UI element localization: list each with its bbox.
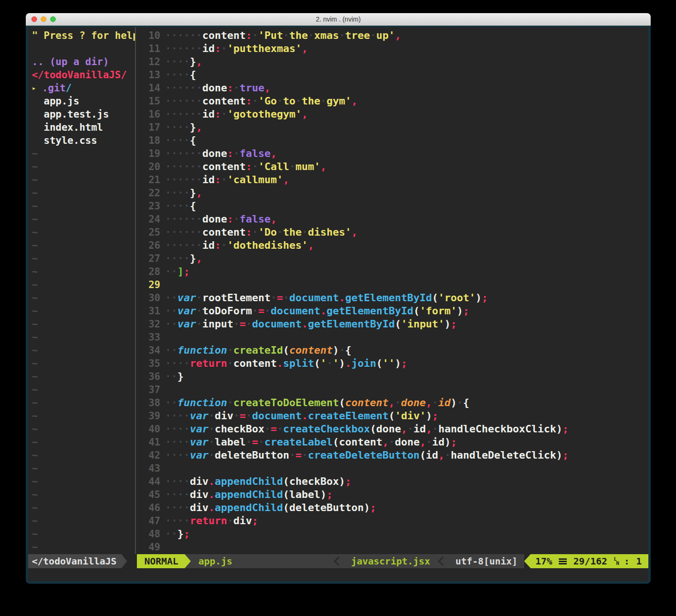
whitespace-dot: ·	[252, 95, 258, 107]
code-line[interactable]: 11······id:·'putthexmas',	[136, 42, 648, 55]
whitespace-dot: ·	[171, 30, 177, 41]
nerdtree-item[interactable]: style.css	[32, 134, 135, 147]
code-line[interactable]: 41····var·label·=·createLabel(content,·d…	[136, 436, 648, 449]
nerdtree-item[interactable]: </todoVanillaJS/	[32, 68, 135, 82]
line-number: 13	[136, 68, 160, 82]
code-line[interactable]: 15······content:·'Go·to·the·gym',	[136, 95, 648, 108]
nerdtree-item[interactable]	[32, 42, 135, 55]
whitespace-dot: ·	[165, 226, 171, 238]
code-token: return	[190, 357, 227, 369]
code-line[interactable]: 31··var·toDoForm·=·document.getElementBy…	[136, 304, 648, 318]
code-line[interactable]: 46····div.appendChild(deleteButton);	[136, 501, 648, 514]
code-token: {	[190, 69, 196, 81]
whitespace-dot: ·	[171, 397, 177, 408]
code-line[interactable]: 26······id:·'dothedishes',	[136, 239, 648, 252]
vim-command-line[interactable]	[28, 568, 648, 581]
code-line[interactable]: 20······content:·'Call·mum',	[136, 160, 648, 173]
whitespace-dot: ·	[196, 226, 202, 238]
whitespace-dot: ·	[171, 43, 177, 54]
empty-line-tilde: ~	[32, 501, 135, 514]
code-line[interactable]: 49	[136, 541, 648, 554]
minimize-window-button[interactable]	[41, 16, 46, 22]
statusline-position-segment: 17% 29/162 L N : 1	[531, 554, 648, 568]
code-line[interactable]: 28··];	[136, 265, 648, 278]
whitespace-dot: ·	[190, 148, 196, 159]
whitespace-dot: ·	[264, 305, 270, 317]
code-line[interactable]: 34··function·createId(content)·{	[136, 344, 648, 357]
whitespace-dot: ·	[184, 200, 190, 212]
code-line[interactable]: 48··};	[136, 527, 648, 541]
code-line[interactable]: 17····},	[136, 121, 648, 134]
code-line[interactable]: 13····{	[136, 68, 648, 82]
code-line[interactable]: 47····return·div;	[136, 514, 648, 527]
code-line[interactable]: 35····return·content.split('·').join('')…	[136, 357, 648, 370]
code-line[interactable]: 21······id:·'callmum',	[136, 173, 648, 186]
code-line[interactable]: 23····{	[136, 200, 648, 213]
code-token: ,	[308, 239, 314, 251]
code-line[interactable]: 22····},	[136, 186, 648, 200]
code-line[interactable]: 14······done:·true,	[136, 82, 648, 95]
collapsed-dir-arrow-icon[interactable]: ▸	[32, 84, 36, 92]
code-line[interactable]: 45····div.appendChild(label);	[136, 488, 648, 501]
nerdtree-item[interactable]: .. (up a dir)	[32, 55, 135, 68]
code-token: :	[227, 82, 233, 94]
empty-line-tilde: ~	[32, 278, 135, 291]
code-line[interactable]: 18····{	[136, 134, 648, 147]
whitespace-dot: ·	[178, 449, 184, 461]
code-line[interactable]: 43	[136, 462, 648, 475]
code-token: (done	[370, 423, 401, 435]
nerdtree-item[interactable]: ▸ .git/	[32, 82, 135, 95]
code-token: 'Do	[258, 226, 277, 238]
empty-line-tilde: ~	[32, 291, 135, 304]
whitespace-dot: ·	[171, 528, 177, 540]
code-token: =	[240, 318, 246, 330]
code-token: :	[246, 30, 252, 41]
zoom-window-button[interactable]	[50, 16, 56, 22]
code-line[interactable]: 32··var·input·=·document.getElementById(…	[136, 318, 648, 331]
code-line[interactable]: 42····var·deleteButton·=·createDeleteBut…	[136, 449, 648, 462]
code-line[interactable]: 39····var·div·=·document.createElement('…	[136, 409, 648, 423]
nerdtree-item[interactable]: app.js	[32, 95, 135, 108]
nerdtree-sidebar[interactable]: " Press ? for help.. (up a dir)</todoVan…	[28, 27, 135, 554]
code-line[interactable]: 12····},	[136, 55, 648, 68]
window-titlebar[interactable]: 2. nvim . (nvim)	[26, 13, 651, 26]
code-line[interactable]: 25······content:·'Do·the·dishes',	[136, 226, 648, 239]
code-line[interactable]: 16······id:·'gotothegym',	[136, 108, 648, 121]
line-number: 26	[136, 239, 160, 252]
line-number: 18	[136, 134, 160, 147]
code-line[interactable]: 44····div.appendChild(checkBox);	[136, 475, 648, 488]
code-token: (	[395, 318, 401, 330]
code-line[interactable]: 27····},	[136, 252, 648, 265]
nerdtree-item[interactable]: " Press ? for help	[32, 29, 135, 42]
code-line-content: ····var·checkBox·=·createCheckbox(done,·…	[165, 423, 648, 436]
desktop: 2. nvim . (nvim) " Press ? for help.. (u…	[0, 0, 676, 616]
code-line[interactable]: 10······content:·'Put·the·xmas·tree·up',	[136, 29, 648, 42]
code-token: }	[178, 528, 184, 540]
line-number: 33	[136, 331, 160, 344]
whitespace-dot: ·	[184, 121, 190, 133]
code-token: join	[351, 357, 376, 369]
nerdtree-item[interactable]: index.html	[32, 121, 135, 134]
code-line[interactable]: 30··var·rootElement·=·document.getElemen…	[136, 291, 648, 304]
whitespace-dot: ·	[196, 108, 202, 120]
code-line[interactable]: 37	[136, 383, 648, 396]
whitespace-dot: ·	[264, 423, 270, 435]
code-line[interactable]: 29	[136, 278, 648, 291]
code-line[interactable]: 19······done:·false,	[136, 147, 648, 160]
code-token: .	[320, 305, 326, 317]
code-line[interactable]: 24······done:·false,	[136, 213, 648, 226]
close-window-button[interactable]	[31, 16, 37, 22]
code-line[interactable]: 33	[136, 331, 648, 344]
code-editor-buffer[interactable]: 10······content:·'Put·the·xmas·tree·up',…	[136, 27, 648, 554]
whitespace-dot: ·	[370, 30, 376, 41]
code-line[interactable]: 36··}	[136, 370, 648, 383]
whitespace-dot: ·	[165, 82, 171, 94]
nerdtree-item[interactable]: app.test.js	[32, 108, 135, 121]
code-token: )	[426, 410, 432, 422]
code-line[interactable]: 38··function·createToDoElement(content,·…	[136, 396, 648, 409]
code-token: )	[395, 357, 401, 369]
whitespace-dot: ·	[221, 174, 227, 186]
code-token: checkBox	[215, 423, 264, 435]
code-line[interactable]: 40····var·checkBox·=·createCheckbox(done…	[136, 423, 648, 436]
code-token: :	[246, 226, 252, 238]
